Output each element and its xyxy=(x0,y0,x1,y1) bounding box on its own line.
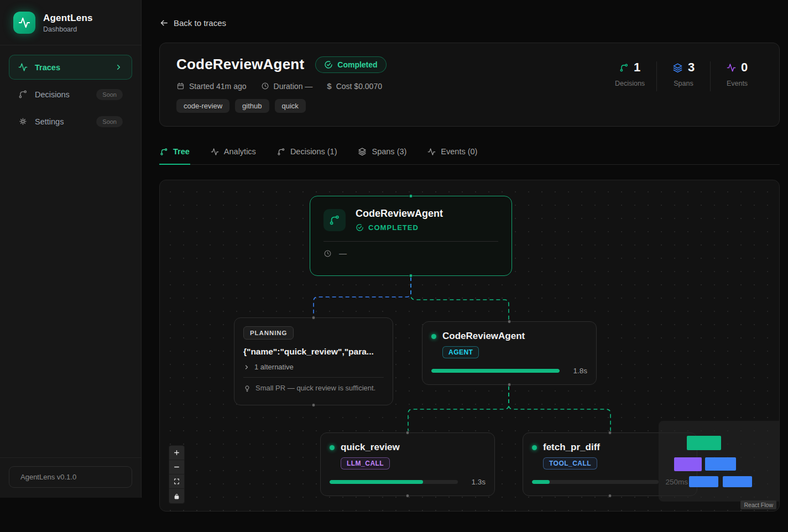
duration-label: 1.8s xyxy=(566,367,587,375)
tags-row: code-review github quick xyxy=(176,99,387,113)
back-to-traces-link[interactable]: Back to traces xyxy=(159,18,226,28)
activity-icon xyxy=(211,148,219,156)
minus-icon xyxy=(173,463,180,471)
git-branch-icon xyxy=(619,63,629,72)
node-duration: — xyxy=(339,249,347,258)
sidebar-item-decisions[interactable]: Decisions Soon xyxy=(9,82,132,107)
rationale-text: Small PR — quick review is sufficient. xyxy=(255,384,375,392)
app-logo-row: AgentLens Dashboard xyxy=(0,0,141,45)
duration-label: 1.3s xyxy=(465,478,486,486)
node-span-llm-call[interactable]: quick_review LLM_CALL 1.3s xyxy=(320,432,495,496)
activity-icon xyxy=(427,148,436,156)
node-handle xyxy=(312,403,316,407)
stat-value: 1 xyxy=(634,60,640,75)
stat-value: 0 xyxy=(741,60,748,75)
cost-label: Cost $0.0070 xyxy=(336,82,382,91)
duration-bar xyxy=(431,369,560,373)
react-flow-attribution[interactable]: React Flow xyxy=(740,500,776,509)
stat-divider xyxy=(710,61,711,91)
node-handle xyxy=(409,194,413,198)
tab-spans[interactable]: Spans (3) xyxy=(357,142,407,164)
tab-decisions[interactable]: Decisions (1) xyxy=(276,142,338,164)
tab-tree[interactable]: Tree xyxy=(159,142,190,164)
app-logo-icon xyxy=(13,12,35,34)
soon-badge: Soon xyxy=(96,116,123,127)
node-handle xyxy=(508,320,512,324)
sidebar-nav: Traces Decisions Soon Settings Soon xyxy=(0,45,141,134)
duration-meta: Duration — xyxy=(261,82,313,91)
chevron-right-icon xyxy=(114,63,123,71)
node-title: CodeReviewAgent xyxy=(442,331,525,342)
git-branch-icon xyxy=(18,90,28,99)
node-root-agent[interactable]: CodeReviewAgent COMPLETED — xyxy=(310,196,512,276)
app-version: AgentLens v0.1.0 xyxy=(9,466,132,488)
flow-minimap[interactable] xyxy=(659,421,779,502)
sidebar-item-settings[interactable]: Settings Soon xyxy=(9,109,132,134)
calendar-icon xyxy=(176,82,185,90)
node-planning-decision[interactable]: PLANNING {"name":"quick_review","para...… xyxy=(234,317,393,405)
sidebar-item-label: Traces xyxy=(35,63,60,72)
zoom-out-button[interactable] xyxy=(169,460,184,474)
activity-icon xyxy=(727,63,736,72)
sidebar-item-label: Decisions xyxy=(35,90,70,99)
node-status: COMPLETED xyxy=(368,223,419,232)
chevron-right-icon xyxy=(243,364,250,371)
stat-value: 3 xyxy=(688,60,695,75)
tab-analytics[interactable]: Analytics xyxy=(210,142,257,164)
node-handle xyxy=(508,383,512,387)
git-branch-icon xyxy=(323,209,346,231)
clock-icon xyxy=(261,82,269,90)
node-handle xyxy=(406,431,410,435)
sidebar-item-label: Settings xyxy=(35,117,64,126)
clock-icon xyxy=(323,249,332,258)
soon-badge: Soon xyxy=(96,89,123,100)
alternatives-expander[interactable]: 1 alternative xyxy=(243,363,384,371)
node-title: fetch_pr_diff xyxy=(543,442,600,453)
node-span-agent[interactable]: CodeReviewAgent AGENT 1.8s xyxy=(422,321,597,385)
stat-label: Decisions xyxy=(604,80,655,87)
tag: quick xyxy=(275,99,306,113)
check-circle-icon xyxy=(356,223,364,232)
flow-canvas[interactable]: CodeReviewAgent COMPLETED — PLANNING {"n… xyxy=(159,180,780,512)
span-type-badge: TOOL_CALL xyxy=(543,457,597,470)
layers-icon xyxy=(358,147,367,156)
cost-meta: $ Cost $0.0070 xyxy=(327,81,382,91)
duration-label: Duration — xyxy=(274,82,313,91)
alternatives-label: 1 alternative xyxy=(254,363,294,371)
arrow-left-icon xyxy=(159,18,169,28)
duration-bar xyxy=(532,480,659,484)
minimap-node-planning xyxy=(674,457,702,471)
sidebar-item-traces[interactable]: Traces xyxy=(9,55,132,80)
node-title: quick_review xyxy=(341,442,400,453)
tab-label: Analytics xyxy=(224,147,256,156)
tab-label: Spans (3) xyxy=(372,147,406,156)
status-dot-icon xyxy=(330,445,335,450)
minimap-node-agent xyxy=(705,457,736,471)
tab-label: Events (0) xyxy=(441,147,477,156)
node-handle xyxy=(312,316,316,320)
plus-icon xyxy=(173,449,180,456)
stat-label: Spans xyxy=(658,80,709,87)
lock-button[interactable] xyxy=(169,489,184,503)
git-branch-icon xyxy=(277,148,285,156)
duration-bar xyxy=(330,480,458,484)
flow-controls xyxy=(169,446,184,503)
stat-events: 0 Events xyxy=(712,60,763,87)
node-handle xyxy=(406,494,410,498)
trace-stats: 1 Decisions 3 Spans 0 Events xyxy=(604,60,763,113)
zoom-in-button[interactable] xyxy=(169,446,184,460)
node-handle xyxy=(608,431,612,435)
span-type-badge: AGENT xyxy=(442,346,479,358)
node-handle xyxy=(608,494,612,498)
app-subtitle: Dashboard xyxy=(43,25,93,33)
fit-view-button[interactable] xyxy=(169,474,184,489)
sidebar-footer: AgentLens v0.1.0 xyxy=(0,457,141,498)
tab-label: Tree xyxy=(173,147,190,156)
tab-events[interactable]: Events (0) xyxy=(427,142,478,164)
stat-label: Events xyxy=(712,80,763,87)
stat-divider xyxy=(656,61,657,91)
status-dot-icon xyxy=(532,445,537,450)
started-meta: Started 41m ago xyxy=(176,82,247,91)
status-label: Completed xyxy=(337,60,377,69)
tab-bar: Tree Analytics Decisions (1) Spans (3) E… xyxy=(159,142,780,165)
